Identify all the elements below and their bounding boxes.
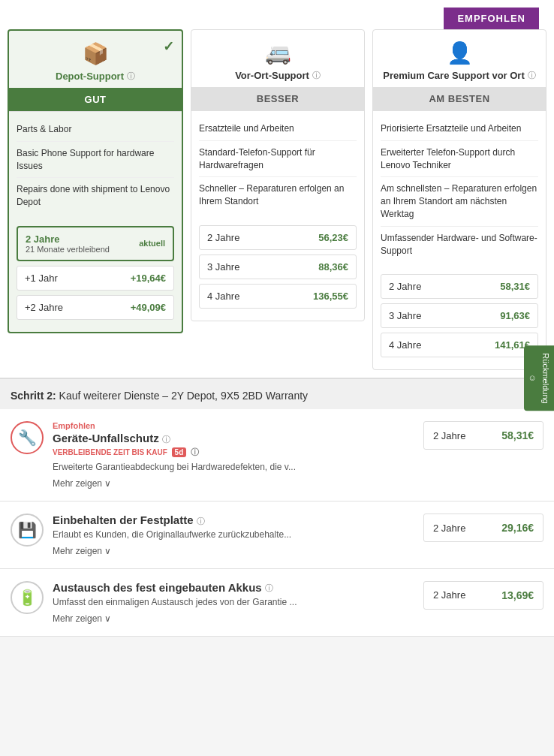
empfohlen-top-banner: EMPFOHLEN [444, 8, 539, 29]
hdd-title: Einbehalten der Festplatte [53, 514, 194, 526]
premium-price-2y[interactable]: 2 Jahre 58,31€ [381, 274, 538, 299]
premium-feature-4: Umfassender Hardware- und Software-Suppo… [381, 227, 538, 263]
accident-title: Geräte-Unfallschutz [53, 432, 159, 444]
premium-features: Priorisierte Ersatzteile und Arbeiten Er… [373, 110, 546, 268]
vor-ort-feature-3: Schneller – Reparaturen erfolgen an Ihre… [199, 177, 357, 213]
depot-addon-2[interactable]: +2 Jahre +49,09€ [17, 295, 174, 320]
premium-info-icon[interactable]: ⓘ [528, 70, 536, 81]
accident-price-block[interactable]: 2 Jahre 58,31€ [423, 421, 543, 450]
depot-current-sub: 21 Monate verbleibend [26, 245, 110, 254]
plans-row: ✓ 📦 Depot-Support ⓘ GUT Parts & Labor Ba… [8, 29, 546, 370]
premium-years-4: 4 Jahre [389, 339, 421, 351]
hdd-price-block[interactable]: 2 Jahre 29,16€ [423, 514, 543, 542]
vor-ort-feature-2: Standard-Telefon-Support für Hardwarefra… [199, 141, 357, 178]
hdd-content: Einbehalten der Festplatte ⓘ Erlaubt es … [53, 514, 414, 556]
feedback-tab[interactable]: Rückmeldung ☺ [524, 345, 554, 411]
hdd-chevron: ∨ [104, 546, 111, 556]
vor-ort-price-3y[interactable]: 3 Jahre 88,36€ [199, 255, 357, 279]
vor-ort-price-2y[interactable]: 2 Jahre 56,23€ [199, 225, 357, 250]
accident-days-badge: 5d [172, 447, 187, 457]
empfohlen-banner-row: EMPFOHLEN [8, 8, 546, 29]
battery-mehr-label: Mehr zeigen [53, 613, 102, 624]
depot-icon: 📦 [17, 41, 174, 66]
depot-header: 📦 Depot-Support ⓘ [9, 31, 182, 88]
hdd-years: 2 Jahre [433, 523, 465, 534]
vor-ort-feature-1: Ersatzteile und Arbeiten [199, 117, 357, 141]
plan-card-premium[interactable]: 👤 Premium Care Support vor Ort ⓘ AM BEST… [372, 29, 546, 370]
depot-feature-1: Parts & Labor [17, 118, 174, 142]
vor-ort-prices: 2 Jahre 56,23€ 3 Jahre 88,36€ 4 Jahre 13… [191, 219, 364, 321]
battery-content: Austausch des fest eingebauten Akkus ⓘ U… [53, 581, 414, 624]
accident-warning-text: VERBLEIBENDE ZEIT BIS KAUF [53, 448, 167, 456]
premium-feature-1: Priorisierte Ersatzteile und Arbeiten [381, 117, 538, 141]
premium-amount-3: 91,63€ [500, 310, 530, 321]
accident-years: 2 Jahre [433, 430, 465, 441]
battery-price: 13,69€ [501, 589, 534, 601]
depot-current-plan[interactable]: 2 Jahre 21 Monate verbleibend aktuell [17, 226, 174, 261]
accident-warning-info[interactable]: ⓘ [191, 447, 199, 456]
step2-header: Schritt 2: Kauf weiterer Dienste – 2Y De… [0, 378, 554, 409]
hdd-info-icon[interactable]: ⓘ [197, 516, 205, 527]
depot-feature-3: Repairs done with shipment to Lenovo Dep… [17, 178, 174, 214]
vor-ort-features: Ersatzteile und Arbeiten Standard-Telefo… [191, 110, 364, 219]
depot-current-years: 2 Jahre [26, 233, 110, 245]
battery-price-block[interactable]: 2 Jahre 13,69€ [423, 581, 543, 610]
depot-info-icon[interactable]: ⓘ [127, 71, 135, 82]
accident-content: Empfohlen Geräte-Unfallschutz ⓘ VERBLEIB… [53, 421, 414, 489]
depot-current-badge: aktuell [139, 239, 165, 248]
vor-ort-header: 🚐 Vor-Ort-Support ⓘ [191, 30, 364, 87]
hdd-desc: Erlaubt es Kunden, die Originallaufwerke… [53, 529, 414, 541]
premium-feature-3: Am schnellsten – Reparaturen erfolgen an… [381, 177, 538, 226]
depot-addon-1-price: +19,64€ [131, 273, 166, 284]
battery-title: Austausch des fest eingebauten Akkus [53, 581, 262, 594]
premium-badge: AM BESTEN [373, 87, 546, 110]
main-page: EMPFOHLEN ✓ 📦 Depot-Support ⓘ GUT Parts … [0, 0, 554, 637]
feedback-icon: ☺ [528, 373, 537, 382]
premium-amount-2: 58,31€ [500, 281, 530, 292]
depot-addon-1[interactable]: +1 Jahr +19,64€ [17, 266, 174, 291]
battery-info-icon[interactable]: ⓘ [265, 583, 273, 594]
battery-desc: Umfasst den einmaligen Austausch jedes v… [53, 596, 414, 609]
service-hdd: 💾 Einbehalten der Festplatte ⓘ Erlaubt e… [0, 501, 554, 569]
accident-info-icon[interactable]: ⓘ [162, 434, 170, 445]
vor-ort-name: Vor-Ort-Support [235, 70, 309, 81]
depot-badge: GUT [9, 88, 182, 111]
hdd-mehr-zeigen[interactable]: Mehr zeigen ∨ [53, 546, 414, 556]
premium-header: 👤 Premium Care Support vor Ort ⓘ [373, 30, 546, 87]
premium-price-3y[interactable]: 3 Jahre 91,63€ [381, 303, 538, 328]
premium-years-2: 2 Jahre [389, 281, 421, 292]
accident-chevron: ∨ [104, 478, 111, 489]
selected-checkmark: ✓ [163, 38, 174, 55]
premium-price-4y[interactable]: 4 Jahre 141,61€ [381, 333, 538, 357]
vor-ort-amount-3: 88,36€ [318, 261, 348, 273]
plan-card-depot[interactable]: ✓ 📦 Depot-Support ⓘ GUT Parts & Labor Ba… [8, 29, 183, 333]
service-battery: 🔋 Austausch des fest eingebauten Akkus ⓘ… [0, 569, 554, 637]
accident-warning: VERBLEIBENDE ZEIT BIS KAUF 5d ⓘ [53, 447, 414, 458]
premium-prices: 2 Jahre 58,31€ 3 Jahre 91,63€ 4 Jahre 14… [373, 268, 546, 369]
accident-mehr-label: Mehr zeigen [53, 478, 102, 489]
vor-ort-years-3: 3 Jahre [207, 261, 239, 273]
hdd-icon: 💾 [11, 514, 44, 547]
plan-card-vor-ort[interactable]: 🚐 Vor-Ort-Support ⓘ BESSER Ersatzteile u… [191, 29, 365, 321]
service-accident: 🔧 Empfohlen Geräte-Unfallschutz ⓘ VERBLE… [0, 409, 554, 501]
premium-icon: 👤 [381, 41, 538, 65]
battery-chevron: ∨ [104, 613, 111, 624]
depot-feature-2: Basic Phone Support for hardware Issues [17, 142, 174, 179]
battery-mehr-zeigen[interactable]: Mehr zeigen ∨ [53, 613, 414, 624]
depot-addon-1-label: +1 Jahr [25, 273, 58, 284]
battery-years: 2 Jahre [433, 589, 465, 601]
feedback-label: Rückmeldung [541, 353, 550, 403]
vor-ort-info-icon[interactable]: ⓘ [312, 70, 321, 81]
depot-name: Depot-Support [56, 71, 124, 82]
accident-desc: Erweiterte Garantieabdeckung bei Hardwar… [53, 461, 414, 474]
vor-ort-badge: BESSER [191, 87, 364, 110]
depot-addon-2-price: +49,09€ [131, 302, 166, 313]
accident-mehr-zeigen[interactable]: Mehr zeigen ∨ [53, 478, 414, 489]
vor-ort-price-4y[interactable]: 4 Jahre 136,55€ [199, 284, 357, 309]
battery-icon: 🔋 [11, 581, 44, 614]
hdd-mehr-label: Mehr zeigen [53, 546, 102, 556]
accident-empfohlen: Empfohlen [53, 421, 414, 430]
vor-ort-icon: 🚐 [199, 41, 357, 65]
step1-section: EMPFOHLEN ✓ 📦 Depot-Support ⓘ GUT Parts … [0, 0, 554, 378]
vor-ort-years-4: 4 Jahre [207, 291, 239, 302]
